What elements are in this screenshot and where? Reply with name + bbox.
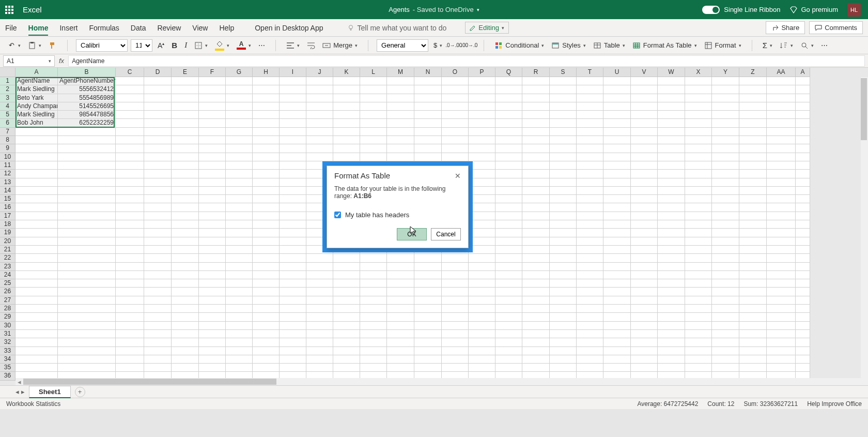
cell[interactable]	[253, 94, 280, 102]
cell[interactable]	[414, 263, 442, 271]
cell[interactable]	[658, 305, 685, 313]
cell[interactable]	[253, 330, 280, 338]
cell[interactable]	[16, 187, 58, 195]
cell[interactable]	[658, 271, 685, 279]
cell[interactable]	[658, 313, 685, 321]
cell[interactable]	[144, 220, 172, 229]
cell[interactable]	[253, 246, 280, 254]
cell[interactable]	[685, 254, 712, 262]
cell[interactable]	[550, 305, 577, 313]
cell[interactable]	[796, 338, 810, 346]
cell[interactable]	[603, 195, 631, 203]
cell[interactable]	[712, 246, 739, 254]
cell[interactable]	[469, 296, 495, 305]
cell[interactable]	[280, 330, 306, 338]
cell[interactable]	[685, 161, 712, 170]
cell[interactable]	[16, 220, 58, 229]
cell[interactable]	[280, 288, 306, 296]
cell[interactable]	[712, 288, 739, 296]
cell[interactable]	[172, 136, 199, 144]
cell[interactable]	[796, 288, 810, 296]
cell[interactable]	[199, 212, 226, 220]
cell[interactable]	[712, 128, 739, 136]
cell[interactable]	[58, 128, 116, 136]
cell[interactable]	[739, 322, 767, 330]
cell[interactable]	[16, 144, 58, 153]
cell[interactable]	[360, 254, 387, 262]
cell[interactable]: 9854478856	[58, 111, 116, 119]
cell[interactable]	[603, 161, 631, 170]
cancel-button[interactable]: Cancel	[431, 228, 461, 240]
cell[interactable]	[469, 77, 495, 85]
cell[interactable]	[226, 347, 253, 355]
cell[interactable]	[116, 144, 144, 153]
merge-button[interactable]: Merge▾	[320, 40, 360, 51]
cell[interactable]	[469, 355, 495, 364]
cell[interactable]	[16, 237, 58, 246]
cell[interactable]	[306, 263, 333, 271]
cell[interactable]	[796, 263, 810, 271]
row-header[interactable]: 15	[0, 195, 16, 203]
cell[interactable]	[280, 355, 306, 364]
cell[interactable]	[522, 203, 550, 212]
cell[interactable]	[658, 195, 685, 203]
cell[interactable]	[712, 305, 739, 313]
cell[interactable]	[739, 144, 767, 153]
row-header[interactable]: 18	[0, 220, 16, 229]
cell[interactable]	[631, 153, 658, 161]
cell[interactable]	[767, 111, 796, 119]
cell[interactable]	[144, 187, 172, 195]
cell[interactable]	[414, 347, 442, 355]
cell[interactable]	[796, 271, 810, 279]
cell[interactable]	[796, 161, 810, 170]
cell[interactable]	[253, 355, 280, 364]
cell[interactable]	[739, 246, 767, 254]
cell[interactable]	[685, 203, 712, 212]
cell[interactable]	[387, 313, 414, 321]
cell[interactable]	[280, 305, 306, 313]
cell[interactable]	[116, 195, 144, 203]
cell[interactable]	[495, 296, 522, 305]
cell[interactable]	[796, 296, 810, 305]
cell[interactable]	[603, 237, 631, 246]
cell[interactable]	[280, 94, 306, 102]
cell[interactable]	[360, 364, 387, 372]
cell[interactable]	[469, 94, 495, 102]
cell[interactable]	[280, 77, 306, 85]
cell[interactable]	[603, 347, 631, 355]
cell[interactable]	[442, 288, 469, 296]
cell[interactable]	[767, 338, 796, 346]
cell[interactable]	[739, 271, 767, 279]
cell[interactable]	[522, 85, 550, 94]
user-avatar[interactable]: HL	[847, 3, 861, 17]
cell[interactable]	[414, 102, 442, 111]
cell[interactable]	[577, 229, 603, 237]
cell[interactable]	[522, 322, 550, 330]
cell[interactable]	[116, 119, 144, 127]
cell[interactable]	[144, 170, 172, 178]
cell[interactable]	[360, 153, 387, 161]
font-name-select[interactable]: Calibri	[76, 39, 128, 52]
cell[interactable]	[253, 271, 280, 279]
cell[interactable]	[306, 355, 333, 364]
cell[interactable]	[495, 77, 522, 85]
cell[interactable]	[199, 187, 226, 195]
row-header[interactable]: 14	[0, 187, 16, 195]
cell[interactable]	[306, 364, 333, 372]
cell[interactable]	[603, 246, 631, 254]
cell[interactable]	[387, 153, 414, 161]
cell[interactable]	[442, 322, 469, 330]
cell[interactable]	[16, 347, 58, 355]
cell[interactable]	[495, 347, 522, 355]
cell[interactable]	[280, 229, 306, 237]
cell[interactable]	[631, 85, 658, 94]
cell[interactable]	[796, 246, 810, 254]
cell[interactable]	[685, 229, 712, 237]
cell[interactable]	[495, 111, 522, 119]
cell[interactable]	[685, 153, 712, 161]
cell[interactable]	[144, 237, 172, 246]
cell[interactable]	[712, 254, 739, 262]
cell[interactable]	[685, 178, 712, 187]
row-header[interactable]: 26	[0, 288, 16, 296]
cell[interactable]	[172, 279, 199, 288]
